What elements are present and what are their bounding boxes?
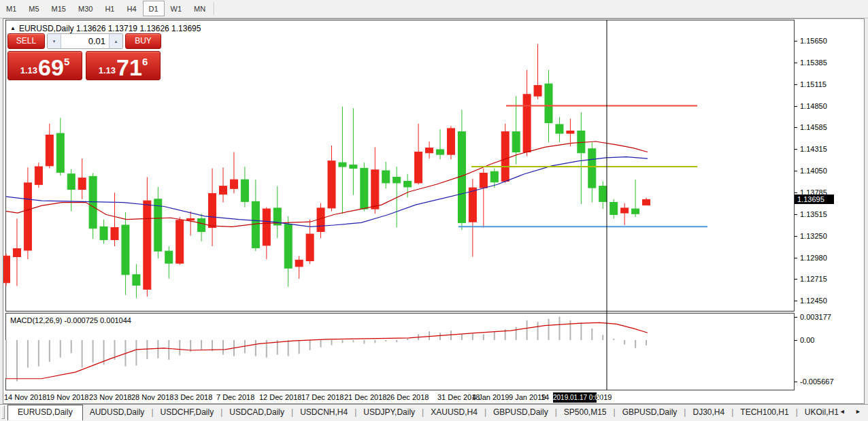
- axis-tick-mark: [795, 41, 797, 41]
- chart-tab-gbpusd-daily[interactable]: GBPUSD,Daily: [616, 405, 684, 420]
- candle-body: [220, 186, 227, 195]
- macd-signal-value: 0.001044: [100, 316, 131, 324]
- ask-price-pip: 6: [142, 56, 148, 67]
- timeframe-button-w1[interactable]: W1: [165, 1, 188, 16]
- timeframe-button-d1[interactable]: D1: [143, 1, 165, 16]
- volume-increment-icon[interactable]: ▴: [109, 34, 122, 48]
- candle-body: [111, 228, 118, 240]
- chart-tab-usdcad-daily[interactable]: USDCAD,Daily: [222, 405, 291, 420]
- candle-body: [198, 218, 205, 231]
- axis-tick-mark: [795, 106, 797, 107]
- chart-tab-usdchf-daily[interactable]: USDCHF,Daily: [154, 405, 221, 420]
- candle-body: [643, 199, 650, 205]
- candle-body: [480, 173, 487, 188]
- candle-body: [295, 260, 303, 267]
- candle-body: [89, 176, 97, 228]
- candle-body: [361, 168, 368, 209]
- chart-tab-usdjpy-daily[interactable]: USDJPY,Daily: [356, 405, 422, 420]
- candle-body: [588, 149, 596, 188]
- volume-decrement-icon[interactable]: ▾: [48, 34, 61, 48]
- chart-tab-usdcnh-h4[interactable]: USDCNH,H4: [293, 405, 354, 420]
- candle-body: [339, 163, 346, 167]
- candle-body: [100, 226, 107, 239]
- ask-price-prefix: 1.13: [99, 65, 116, 75]
- price-axis-label: 1.14050: [800, 167, 827, 175]
- timeframe-button-m1[interactable]: M1: [0, 1, 22, 16]
- macd-main-value: -0.000725: [64, 316, 98, 324]
- candle-body: [393, 178, 401, 183]
- candle-body: [447, 129, 454, 154]
- axis-tick-mark: [795, 258, 797, 258]
- crosshair-date-tag: 2019.01.17 0:00: [553, 392, 597, 403]
- candle-body: [67, 174, 75, 190]
- timeframe-button-m5[interactable]: M5: [22, 1, 45, 16]
- ask-price-button[interactable]: 1.13 71 6: [86, 51, 161, 80]
- macd-axis-label: 0.00: [800, 336, 814, 345]
- candle-body: [154, 199, 162, 251]
- timeframe-button-mn[interactable]: MN: [188, 1, 212, 16]
- axis-tick-mark: [795, 317, 797, 318]
- candle-body: [78, 178, 86, 190]
- price-axis-label: 1.15115: [800, 80, 827, 89]
- date-axis-label: 7 Dec 2018: [216, 393, 254, 401]
- tabbar-grip[interactable]: [1, 405, 5, 419]
- candle-body: [534, 86, 541, 97]
- candle-body: [469, 188, 476, 222]
- date-axis-label: 3 Dec 2018: [174, 393, 212, 401]
- candle-body: [230, 180, 237, 188]
- chart-tab-sp500-m15[interactable]: SP500,M15: [557, 405, 614, 420]
- chart-tab-xauusd-h4[interactable]: XAUUSD,H4: [424, 405, 484, 420]
- candle-body: [306, 234, 314, 260]
- price-axis-label: 1.15650: [800, 37, 827, 46]
- chart-tab-audusd-daily[interactable]: AUDUSD,Daily: [83, 405, 152, 420]
- candle-body: [556, 124, 563, 133]
- chart-ohlc-values: 1.13626 1.13719 1.13626 1.13695: [76, 24, 201, 33]
- chart-window[interactable]: ▲EURUSD,Daily 1.13626 1.13719 1.13626 1.…: [3, 18, 865, 404]
- volume-stepper: ▾ 0.01 ▴: [47, 33, 123, 49]
- chart-title: ▲EURUSD,Daily 1.13626 1.13719 1.13626 1.…: [10, 24, 201, 33]
- buy-button[interactable]: BUY: [125, 33, 161, 49]
- chart-tab-gbpusd-daily[interactable]: GBPUSD,Daily: [486, 405, 555, 420]
- candle-body: [404, 182, 412, 187]
- ask-price-big: 71: [116, 57, 142, 78]
- toolbar-separator: [214, 2, 215, 16]
- tabs-scroll-left-icon[interactable]: ◄: [835, 408, 850, 415]
- axis-tick-mark: [795, 301, 797, 301]
- chart-tab-tech100-h1[interactable]: TECH100,H1: [733, 405, 795, 420]
- chart-tab-eurusd-daily[interactable]: EURUSD,Daily: [7, 405, 83, 420]
- candle-body: [122, 225, 129, 275]
- candle-body: [133, 275, 140, 286]
- tabs-scroll-right-icon[interactable]: ►: [851, 408, 865, 415]
- axis-tick-mark: [795, 236, 797, 237]
- chart-tab-dj30-h4[interactable]: DJ30,H4: [686, 405, 731, 420]
- timeframe-button-h4[interactable]: H4: [120, 1, 142, 16]
- candle-body: [35, 167, 42, 184]
- axis-tick-mark: [795, 84, 797, 85]
- timeframe-button-m30[interactable]: M30: [72, 1, 99, 16]
- timeframe-button-h1[interactable]: H1: [99, 1, 120, 16]
- bid-price-button[interactable]: 1.13 69 5: [7, 51, 82, 80]
- candle-body: [241, 180, 248, 201]
- candle-body: [209, 193, 216, 227]
- candle-body: [415, 152, 422, 183]
- candle-body: [632, 209, 639, 214]
- date-axis-label: 14 Nov 2018: [4, 393, 46, 401]
- candle-body: [56, 133, 64, 172]
- candle-body: [13, 249, 20, 257]
- date-axis-label: 14: [541, 393, 549, 401]
- volume-field[interactable]: 0.01: [61, 34, 109, 48]
- panel-toggle-icon[interactable]: ▲: [10, 25, 16, 31]
- timeframe-button-m15[interactable]: M15: [46, 1, 72, 16]
- price-axis-label: 1.13250: [800, 232, 827, 241]
- candle-body: [176, 220, 184, 263]
- sell-button[interactable]: SELL: [7, 33, 45, 49]
- date-axis-label: 17 Dec 2018: [301, 393, 344, 401]
- candle-body: [165, 251, 173, 263]
- candle-body: [252, 201, 259, 248]
- symbol-tab-bar: EURUSD,DailyAUDUSD,Daily|USDCHF,Daily|US…: [0, 404, 868, 421]
- candle-body: [621, 208, 629, 213]
- candle-body: [371, 170, 379, 209]
- candle-body: [567, 131, 574, 134]
- candle-body: [263, 209, 270, 246]
- date-axis-label: 19 Nov 2018: [46, 393, 88, 401]
